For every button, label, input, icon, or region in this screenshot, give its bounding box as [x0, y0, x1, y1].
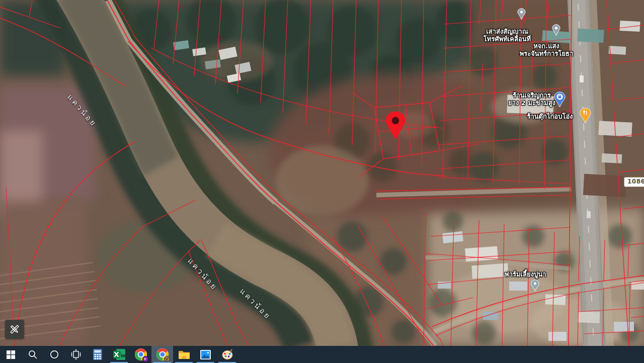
paint3d-icon	[221, 348, 233, 360]
windows-taskbar: c	[0, 346, 644, 363]
poi-label-tire-shop[interactable]: ร้านเจริญการ ยาง 2 มะขามสูง	[508, 92, 555, 107]
taskbar-search-button[interactable]	[22, 346, 43, 363]
poi-label-cell-tower[interactable]: เสาส่งสัญญาณ โทรศัพท์เคลื่อนที่	[484, 28, 531, 43]
gray-poi-pin[interactable]	[517, 8, 526, 20]
taskbar-paint3d-button[interactable]	[216, 346, 238, 363]
poi-label-line: ฟาร์มเลี้ยงปูนา	[505, 270, 546, 278]
poi-label-crab-farm[interactable]: ฟาร์มเลี้ยงปูนา	[505, 270, 546, 278]
poi-label-line: ยาง 2 มะขามสูง	[508, 99, 555, 107]
cortana-icon	[49, 349, 59, 359]
poi-label-civil-works[interactable]: หจก.แสง พระจันทร์การโยธา	[520, 42, 574, 57]
red-location-pin[interactable]	[383, 111, 408, 142]
pencil-ruler-icon	[9, 324, 20, 335]
calculator-icon	[92, 348, 103, 360]
task-view-icon	[71, 349, 81, 359]
excel-icon	[113, 349, 125, 360]
blue-shopping-pin[interactable]	[554, 92, 566, 108]
windows-logo-icon	[7, 350, 15, 359]
satellite-map[interactable]: แควน้อย แควน้อย แควน้อย เสาส่งสัญญาณ โทร…	[0, 0, 644, 346]
poi-label-line: หจก.แสง	[520, 42, 574, 50]
poi-label-line: ร้านเจริญการ	[508, 92, 555, 99]
poi-label-line: พระจันทร์การโยธา	[520, 50, 574, 57]
gray-poi-pin[interactable]	[552, 24, 560, 36]
cortana-button[interactable]	[43, 346, 65, 363]
map-edit-tools-button[interactable]	[5, 320, 24, 339]
taskbar-chrome-profile-button[interactable]: c	[130, 346, 151, 363]
avatar-badge	[164, 356, 170, 362]
taskbar-excel-button[interactable]	[108, 346, 130, 363]
desktop-screen: แควน้อย แควน้อย แควน้อย เสาส่งสัญญาณ โทร…	[0, 0, 644, 363]
chrome-icon: c	[135, 348, 147, 360]
search-icon	[28, 349, 38, 359]
photos-icon	[200, 349, 211, 360]
chrome-icon	[156, 348, 169, 360]
gray-poi-pin[interactable]	[531, 280, 539, 292]
poi-label-line: ร้านตุ๊กไก่อบโอ่ง	[527, 113, 573, 120]
taskbar-file-explorer-button[interactable]	[173, 346, 195, 363]
task-view-button[interactable]	[65, 346, 87, 363]
route-badge: 1086	[624, 177, 644, 187]
file-explorer-icon	[178, 349, 190, 359]
start-button[interactable]	[0, 346, 22, 363]
orange-food-pin[interactable]	[580, 108, 591, 124]
taskbar-chrome-active-button[interactable]	[151, 346, 173, 363]
profile-badge: c	[142, 356, 148, 362]
taskbar-calculator-button[interactable]	[87, 346, 108, 363]
poi-label-line: โทรศัพท์เคลื่อนที่	[484, 35, 531, 43]
taskbar-photos-button[interactable]	[195, 346, 216, 363]
poi-label-restaurant[interactable]: ร้านตุ๊กไก่อบโอ่ง	[527, 113, 573, 120]
poi-label-line: เสาส่งสัญญาณ	[484, 28, 531, 35]
